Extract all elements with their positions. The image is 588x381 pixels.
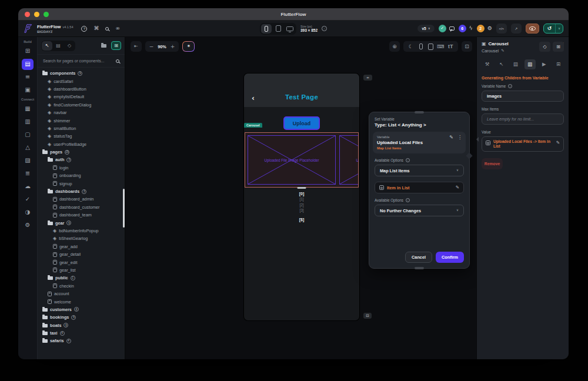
tests-icon[interactable]: ✓ xyxy=(22,194,34,205)
version-selector[interactable]: v5∨ xyxy=(417,25,434,32)
tree-item-bdNumberInfoPopup[interactable]: ◈bdNumberInfoPopup xyxy=(38,227,125,235)
tree-item-gear_list[interactable]: gear_list xyxy=(38,266,125,274)
value-chip[interactable]: Uploaded Local Files -> Item in List ✎ xyxy=(482,136,564,152)
collapse-panel-button[interactable]: ⇤ xyxy=(131,41,142,52)
tree-item-cardSafari[interactable]: ◈cardSafari xyxy=(38,77,125,85)
rename-widget-icon[interactable]: ✎ xyxy=(501,49,504,53)
inspector-tab-generator[interactable]: ▥ xyxy=(524,59,536,69)
app-details-icon[interactable]: ▢ xyxy=(22,129,34,141)
keyboard-toggle-button[interactable]: ⌨ xyxy=(436,42,446,51)
tree-item-taxi[interactable]: taxi4 xyxy=(38,329,125,337)
max-items-input[interactable]: Leave empty for no limit... xyxy=(482,113,564,125)
inspector-tab-add-child[interactable]: ⊞ xyxy=(553,59,564,69)
tree-item-smallButton[interactable]: ◈smallButton xyxy=(38,125,125,132)
more-options-icon[interactable]: ⋮ xyxy=(457,135,462,140)
tree-item-safaris[interactable]: safaris4 xyxy=(38,337,125,345)
tree-item-emptylistDefault[interactable]: ◈emptylistDefault xyxy=(38,93,125,101)
ai-assist-group[interactable]: 6 ϟ xyxy=(459,25,473,32)
view-code-button[interactable]: </> xyxy=(496,24,507,34)
tree-item-signup[interactable]: signup xyxy=(38,179,125,187)
dark-mode-button[interactable]: ☾ xyxy=(406,42,416,51)
tab-pages[interactable]: ▤ xyxy=(53,41,64,51)
canvas-settings-button[interactable]: ⊡ xyxy=(462,41,472,52)
tree-item-welcome[interactable]: welcome xyxy=(38,298,125,305)
tree-item-dashboards[interactable]: dashboards3 xyxy=(38,188,125,195)
tablet-device-button[interactable] xyxy=(273,24,283,34)
tree-item-dashboard_team[interactable]: dashboard_team xyxy=(38,211,125,219)
edit-variable-icon[interactable]: ✎ xyxy=(449,135,453,140)
tree-item-bookings[interactable]: bookings6 xyxy=(38,313,125,321)
tree-item-customers[interactable]: customers8 xyxy=(38,306,125,313)
device-frame-button[interactable] xyxy=(426,42,436,51)
carousel-resize-handle[interactable] xyxy=(298,187,306,189)
edit-icon[interactable]: ✎ xyxy=(456,185,459,190)
tree-item-statusTag[interactable]: ◈statusTag xyxy=(38,132,125,140)
variable-name-input[interactable]: images xyxy=(482,91,564,102)
settings-icon[interactable]: ⚙ xyxy=(22,220,34,231)
carousel-slide-1[interactable]: Uploaded File Image Placeholder xyxy=(248,135,336,185)
device-preview-button[interactable] xyxy=(416,42,426,51)
zoom-out-button[interactable]: − xyxy=(149,44,154,49)
storyboard-icon[interactable]: ≣ xyxy=(22,168,34,179)
widget-tree-icon[interactable]: ≡ xyxy=(22,72,34,83)
tree-item-gear_add[interactable]: gear_add xyxy=(38,243,125,250)
tree-item-public[interactable]: public1 xyxy=(38,274,125,282)
language-button[interactable]: ⊕ xyxy=(389,41,400,52)
cloud-functions-icon[interactable]: ☁ xyxy=(22,181,34,192)
tree-item-navbar[interactable]: ◈navbar xyxy=(38,109,125,116)
tree-item-account[interactable]: account xyxy=(38,290,125,298)
inspector-tab-interactions[interactable]: ↖ xyxy=(496,59,507,69)
tree-item-bSheetGearlog[interactable]: ◈bSheetGearlog xyxy=(38,235,125,242)
zoom-in-button[interactable]: + xyxy=(171,44,175,49)
add-folder-button[interactable] xyxy=(99,41,109,50)
dialog-drag-handle[interactable] xyxy=(415,111,424,113)
components-icon[interactable]: ▣ xyxy=(22,85,34,96)
reload-button[interactable]: ↺ xyxy=(544,24,556,33)
tree-item-components[interactable]: components9 xyxy=(38,69,125,77)
widget-name[interactable]: Carousel xyxy=(482,48,499,54)
tree-search[interactable]: Search for pages or components... xyxy=(38,54,125,68)
phone-preview[interactable]: ‹ Test Page Upload Carousel Uploaded Fil… xyxy=(244,73,359,320)
cancel-button[interactable]: Cancel xyxy=(405,252,432,263)
help-icon[interactable]: ? xyxy=(81,26,87,32)
tab-components[interactable]: ◇ xyxy=(64,41,75,51)
tree-item-dashboard_customer[interactable]: dashboard_customer xyxy=(38,203,125,211)
media-assets-icon[interactable]: ▨ xyxy=(22,155,34,166)
item-in-list-chip[interactable]: Item in List ✎ xyxy=(375,182,464,193)
api-calls-icon[interactable]: △ xyxy=(22,142,34,153)
tree-item-dashboard_admin[interactable]: dashboard_admin xyxy=(38,195,125,203)
theme-settings-icon[interactable]: ◑ xyxy=(22,207,34,218)
add-page-button[interactable]: ⊞ xyxy=(111,41,121,50)
tree-item-findCustomerDialog[interactable]: ◈findCustomerDialog xyxy=(38,101,125,109)
tree-item-login[interactable]: login xyxy=(38,164,125,172)
ai-generate-button[interactable]: ✶ xyxy=(182,41,195,52)
inspector-tab-data[interactable]: ▤ xyxy=(510,59,521,69)
minimize-window-button[interactable] xyxy=(34,12,39,17)
edit-value-icon[interactable]: ✎ xyxy=(556,141,560,145)
tree-item-userProfileBadge[interactable]: ◈userProfileBadge xyxy=(38,141,125,148)
further-changes-dropdown[interactable]: No Further Changes ∨ xyxy=(375,205,464,216)
comments-icon[interactable] xyxy=(449,26,455,31)
tree-item-auth[interactable]: auth3 xyxy=(38,156,125,163)
carousel-widget[interactable]: Uploaded File Image Placeholder Uploaded… xyxy=(245,132,359,188)
tree-item-onboarding[interactable]: onboarding xyxy=(38,172,125,179)
link-float-button[interactable]: ∞ xyxy=(363,75,372,81)
maximize-window-button[interactable] xyxy=(44,12,49,17)
tree-item-gear_edit[interactable]: gear_edit xyxy=(38,258,125,266)
review-status-group[interactable]: ✓ xyxy=(439,25,455,32)
content-manager-icon[interactable]: ▥ xyxy=(22,116,34,128)
map-list-dropdown[interactable]: Map List Items ∨ xyxy=(375,165,464,176)
flutterflow-logo-icon[interactable] xyxy=(24,24,34,34)
size-info-icon[interactable]: i xyxy=(322,26,327,31)
search-icon[interactable] xyxy=(105,27,109,31)
page-title[interactable]: Test Page xyxy=(285,93,318,101)
add-widget-icon[interactable]: ⊞ xyxy=(22,46,34,57)
database-icon[interactable]: ▦ xyxy=(22,103,34,115)
convert-to-component-button[interactable]: ◇ xyxy=(539,42,550,52)
phone-device-button[interactable] xyxy=(261,24,272,34)
page-appbar[interactable]: ‹ Test Page xyxy=(244,73,359,107)
preview-button[interactable] xyxy=(526,24,539,34)
tree-item-dashboardButton[interactable]: ◈dashboardButton xyxy=(38,85,125,93)
remove-button[interactable]: Remove xyxy=(482,158,503,169)
tree-item-gear[interactable]: gear6 xyxy=(38,219,125,226)
